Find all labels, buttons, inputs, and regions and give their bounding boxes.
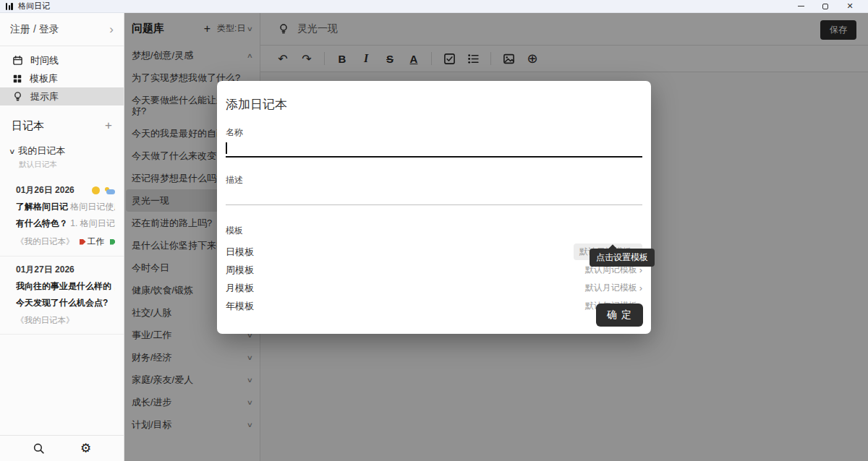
lightbulb-icon xyxy=(12,91,23,102)
search-icon[interactable] xyxy=(33,442,45,454)
diary-section-header: 日记本 + xyxy=(0,119,124,133)
close-icon: ✕ xyxy=(846,1,853,11)
template-rows: 日模板 默认日记模板 › 周模板 默认周记模板 › 月模板 默认月记模板 › xyxy=(226,243,642,315)
close-button[interactable]: ✕ xyxy=(838,0,862,13)
maximize-icon xyxy=(822,4,828,9)
diary-section-title: 日记本 xyxy=(12,119,44,133)
diary-entry[interactable]: 01月27日 2026 我向往的事业是什么样的，现在… 今天发现了什么机会点? … xyxy=(0,257,124,335)
entry-date: 01月27日 2026 xyxy=(16,264,75,276)
login-label: 注册 / 登录 xyxy=(10,23,59,36)
entry-question: 了解格间日记 xyxy=(16,202,68,212)
sidebar-footer: ⚙ xyxy=(0,435,124,461)
chevron-right-icon: › xyxy=(109,22,114,37)
add-diary-icon[interactable]: + xyxy=(105,119,112,133)
template-tooltip: 点击设置模板 xyxy=(590,249,655,267)
chevron-down-icon: ∨ xyxy=(9,147,16,155)
description-input[interactable] xyxy=(226,186,642,205)
sidebar-item-templates[interactable]: 模板库 xyxy=(0,69,124,87)
entry-question: 今天发现了什么机会点? xyxy=(16,298,108,308)
entry-book-label: 《我的日记本》 xyxy=(16,315,75,326)
sidebar-item-label: 提示库 xyxy=(30,90,59,103)
template-row-week: 周模板 默认周记模板 › xyxy=(226,261,642,279)
diary-entry-list: 01月26日 2026 了解格间日记 格间日记使用一种… 有什么特色？ 1. 格… xyxy=(0,177,124,335)
diary-entry[interactable]: 01月26日 2026 了解格间日记 格间日记使用一种… 有什么特色？ 1. 格… xyxy=(0,177,124,257)
template-row-year: 年模板 默认年记模板 › xyxy=(226,297,642,315)
entry-snippet: 格间日记使用一种… xyxy=(70,202,115,212)
confirm-button[interactable]: 确 定 xyxy=(596,303,643,327)
entry-snippet: 1. 格间日记独特… xyxy=(70,218,115,228)
app-title: 格间日记 xyxy=(18,1,50,12)
tag-icon xyxy=(110,239,116,245)
entry-tag: 生活 xyxy=(110,236,116,248)
sidebar-item-label: 模板库 xyxy=(30,72,58,85)
description-label: 描述 xyxy=(226,174,642,186)
minimize-icon xyxy=(798,6,804,7)
chevron-right-icon: › xyxy=(639,283,642,293)
titlebar: 格间日记 ✕ xyxy=(0,0,868,13)
diary-group-label: 我的日记本 xyxy=(18,145,65,158)
default-diary-label[interactable]: 默认日记本 xyxy=(19,160,124,170)
window-controls: ✕ xyxy=(788,0,862,13)
template-row-month: 月模板 默认月记模板 › xyxy=(226,279,642,297)
sidebar-item-prompts[interactable]: 提示库 xyxy=(0,87,124,105)
diary-group-toggle[interactable]: ∨ 我的日记本 xyxy=(0,145,124,158)
entry-tag: 工作 xyxy=(80,236,105,248)
entry-book-label: 《我的日记本》 xyxy=(16,236,75,247)
calendar-icon xyxy=(12,55,23,66)
sidebar-item-label: 时间线 xyxy=(30,54,59,67)
name-input[interactable] xyxy=(226,139,642,158)
sidebar: 注册 / 登录 › 时间线 模板库 xyxy=(0,13,124,461)
name-label: 名称 xyxy=(226,126,642,139)
gear-icon[interactable]: ⚙ xyxy=(80,441,91,456)
add-diary-modal: 添加日记本 名称 描述 模板 日模板 默认日记模板 › 周模板 默认周记模板 › xyxy=(217,81,651,334)
sidebar-item-timeline[interactable]: 时间线 xyxy=(0,51,124,69)
grid-icon xyxy=(12,74,22,84)
template-label: 模板 xyxy=(226,225,642,237)
modal-title: 添加日记本 xyxy=(226,96,642,113)
maximize-button[interactable] xyxy=(813,0,838,13)
minimize-button[interactable] xyxy=(788,0,813,13)
text-caret xyxy=(226,142,227,154)
app-window: 格间日记 ✕ 注册 / 登录 › 时间线 xyxy=(0,0,868,461)
mood-icon xyxy=(92,186,100,194)
entry-date: 01月26日 2026 xyxy=(16,184,75,197)
template-row-day: 日模板 默认日记模板 › xyxy=(226,243,642,261)
month-template-selector[interactable]: 默认月记模板 › xyxy=(585,282,642,294)
tag-icon xyxy=(80,239,86,245)
entry-question: 有什么特色？ xyxy=(16,218,68,228)
login-button[interactable]: 注册 / 登录 › xyxy=(0,13,124,46)
weather-icon xyxy=(105,187,115,194)
entry-question: 我向往的事业是什么样的，现在… xyxy=(16,281,115,291)
sidebar-nav: 时间线 模板库 提示库 xyxy=(0,46,124,108)
app-logo-icon xyxy=(6,2,14,10)
